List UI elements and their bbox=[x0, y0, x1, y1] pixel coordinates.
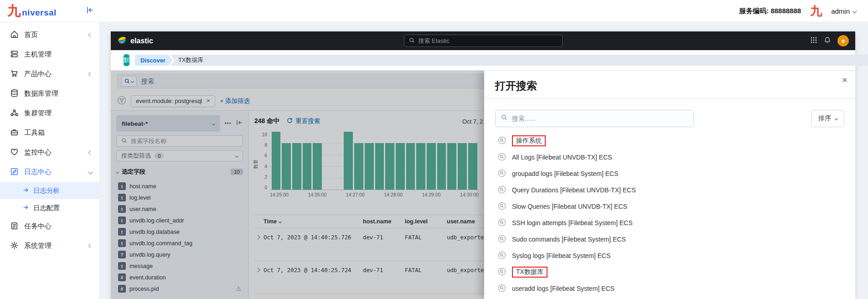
sidebar-item-label: 数据库管理 bbox=[24, 89, 58, 98]
chevron-down-icon bbox=[852, 9, 857, 13]
saved-search-item[interactable]: All Logs [Filebeat UNVDB-TX] ECS bbox=[495, 149, 844, 165]
saved-search-icon bbox=[498, 251, 506, 261]
elastic-body: event.module: postgresql ✕ + 添加筛选 filebe… bbox=[111, 71, 855, 299]
edit-square-icon bbox=[10, 167, 19, 177]
gear-icon bbox=[10, 241, 19, 251]
sidebar-collapse-button[interactable] bbox=[85, 6, 95, 16]
saved-search-icon bbox=[498, 136, 506, 146]
sidebar-item-log-analysis[interactable]: 日志分析 bbox=[0, 182, 99, 199]
saved-search-label: All Logs [Filebeat UNVDB-TX] ECS bbox=[512, 154, 612, 161]
chevron-left-icon bbox=[88, 150, 93, 155]
saved-search-item[interactable]: Query Durations [Filebeat UNVDB-TX] ECS bbox=[495, 182, 844, 198]
sidebar-item-log-config[interactable]: 日志配置 bbox=[0, 199, 99, 217]
saved-search-item[interactable]: Sudo commands [Filebeat System] ECS bbox=[495, 231, 844, 247]
heart-icon bbox=[10, 148, 19, 158]
breadcrumb-saved-search[interactable]: TX数据库 bbox=[170, 55, 868, 66]
sidebar-item-monitoring[interactable]: 监控中心 bbox=[0, 143, 99, 162]
sidebar-item-label: 任务中心 bbox=[24, 222, 52, 231]
alerts-bell-icon[interactable] bbox=[824, 36, 831, 46]
server-icon bbox=[10, 50, 19, 60]
close-icon[interactable]: ✕ bbox=[839, 75, 850, 86]
saved-search-icon bbox=[498, 153, 506, 162]
elastic-logo-icon bbox=[117, 35, 127, 46]
elastic-global-search[interactable] bbox=[404, 35, 563, 47]
sort-button[interactable]: 排序 bbox=[811, 110, 844, 127]
saved-search-icon bbox=[498, 235, 506, 244]
collapse-sidebar-icon bbox=[86, 6, 94, 16]
saved-search-item[interactable]: 操作系统 bbox=[495, 133, 844, 149]
chevron-down-icon bbox=[88, 170, 93, 175]
apps-grid-icon[interactable] bbox=[810, 36, 817, 46]
saved-search-icon bbox=[498, 186, 506, 195]
search-icon bbox=[409, 37, 415, 45]
sidebar-item-label: 工具箱 bbox=[24, 129, 45, 137]
sidebar-item-log-center[interactable]: 日志中心 bbox=[0, 162, 99, 182]
user-org-logo: 九 bbox=[810, 5, 822, 17]
app-logo[interactable]: 九 niversal bbox=[7, 4, 57, 18]
page: 九 niversal 服务编码: 88888888 九 admin 首页 主机管… bbox=[0, 0, 868, 299]
sidebar-item-system[interactable]: 系统管理 bbox=[0, 236, 99, 256]
saved-search-item[interactable]: TX数据库 bbox=[495, 264, 844, 280]
sidebar-item-label: 集群管理 bbox=[24, 109, 52, 118]
saved-search-label: TX数据库 bbox=[512, 267, 548, 278]
sidebar-item-home[interactable]: 首页 bbox=[0, 25, 99, 45]
elastic-logo[interactable]: elastic bbox=[117, 35, 153, 46]
saved-search-item[interactable]: Syslog logs [Filebeat System] ECS bbox=[495, 247, 844, 264]
saved-search-filter[interactable] bbox=[495, 110, 694, 127]
avatar[interactable]: e bbox=[837, 35, 849, 46]
saved-search-item[interactable]: Slow Queries [Filebeat UNVDB-TX] ECS bbox=[495, 198, 844, 215]
elastic-header: elastic e bbox=[111, 31, 855, 50]
saved-search-label: Syslog logs [Filebeat System] ECS bbox=[512, 252, 610, 259]
chevron-down-icon bbox=[835, 117, 838, 120]
breadcrumb-discover[interactable]: Discover bbox=[135, 55, 173, 66]
chevron-left-icon bbox=[88, 244, 93, 248]
saved-search-label: SSH login attempts [Filebeat System] ECS bbox=[512, 219, 633, 227]
elastic-app: elastic e 默 Discover TX数据库 ✓ bbox=[111, 31, 855, 299]
arrow-right-icon bbox=[23, 187, 29, 195]
user-menu[interactable]: admin bbox=[831, 7, 856, 15]
sidebar-item-clusters[interactable]: 集群管理 bbox=[0, 103, 99, 123]
service-code: 服务编码: 88888888 bbox=[739, 7, 801, 15]
sidebar-item-label: 首页 bbox=[24, 31, 38, 39]
saved-search-label: Sudo commands [Filebeat System] ECS bbox=[512, 236, 626, 243]
space-badge[interactable]: 默 bbox=[124, 54, 129, 66]
toolbox-icon bbox=[10, 128, 19, 138]
search-icon bbox=[501, 114, 507, 123]
elastic-search-input[interactable] bbox=[418, 37, 558, 44]
sidebar-item-label: 产品中心 bbox=[24, 70, 52, 78]
sidebar-item-label: 主机管理 bbox=[24, 50, 52, 59]
elastic-header-actions: e bbox=[810, 35, 849, 46]
chevron-left-icon bbox=[88, 33, 93, 37]
arrow-right-icon bbox=[23, 204, 29, 212]
saved-search-label: Query Durations [Filebeat UNVDB-TX] ECS bbox=[512, 186, 636, 194]
cart-icon bbox=[10, 69, 19, 79]
sidebar-item-label: 日志配置 bbox=[33, 204, 60, 212]
saved-search-icon bbox=[498, 202, 506, 211]
sidebar-item-label: 日志分析 bbox=[33, 186, 60, 195]
sidebar-item-databases[interactable]: 数据库管理 bbox=[0, 84, 99, 103]
sidebar-item-toolbox[interactable]: 工具箱 bbox=[0, 123, 99, 143]
saved-search-item[interactable]: groupadd logs [Filebeat System] ECS bbox=[495, 165, 844, 182]
saved-search-icon bbox=[498, 284, 506, 294]
sidebar-item-products[interactable]: 产品中心 bbox=[0, 64, 99, 84]
chevron-left-icon bbox=[88, 72, 93, 77]
saved-search-label: 操作系统 bbox=[512, 135, 546, 146]
database-icon bbox=[10, 89, 19, 99]
sidebar-item-tasks[interactable]: 任务中心 bbox=[0, 217, 99, 236]
sidebar: 首页 主机管理 产品中心 数据库管理 集群管理 工具箱 监控中心 bbox=[0, 22, 100, 299]
topbar-right: 服务编码: 88888888 九 admin bbox=[739, 5, 868, 17]
saved-search-item[interactable]: SSH login attempts [Filebeat System] ECS bbox=[495, 215, 844, 231]
saved-search-icon bbox=[498, 218, 506, 228]
home-icon bbox=[10, 30, 19, 40]
saved-search-icon bbox=[498, 169, 506, 179]
elastic-toolbar: 默 Discover TX数据库 ✓ 选项 新建 保存 打开 共享 检查 bbox=[111, 50, 855, 71]
saved-search-label: groupadd logs [Filebeat System] ECS bbox=[512, 170, 618, 177]
sidebar-item-label: 系统管理 bbox=[24, 242, 52, 250]
saved-search-list: 操作系统 All Logs [Filebeat UNVDB-TX] ECS gr… bbox=[495, 133, 844, 297]
saved-search-item[interactable]: useradd logs [Filebeat System] ECS bbox=[495, 280, 844, 297]
sidebar-item-hosts[interactable]: 主机管理 bbox=[0, 45, 99, 64]
saved-search-filter-input[interactable] bbox=[512, 115, 688, 122]
open-search-flyout: 打开搜索 ✕ 排序 操作系统 bbox=[484, 71, 855, 299]
saved-search-icon bbox=[498, 268, 506, 277]
flyout-title: 打开搜索 bbox=[495, 80, 537, 92]
